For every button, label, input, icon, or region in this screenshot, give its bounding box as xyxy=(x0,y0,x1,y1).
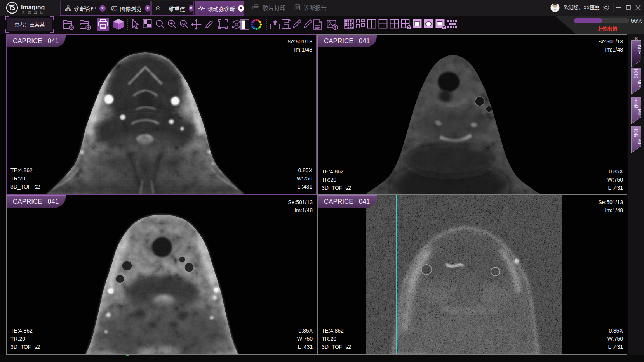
svg-text:选: 选 xyxy=(634,103,638,109)
svg-text:清影华康: 清影华康 xyxy=(21,10,46,15)
svg-text:MIP: MIP xyxy=(637,80,641,87)
svg-text:Imaging: Imaging xyxy=(21,4,45,10)
svg-text:未: 未 xyxy=(634,69,638,74)
svg-text:欢迎您，XX医生: 欢迎您，XX医生 xyxy=(564,5,600,10)
svg-text:选: 选 xyxy=(634,74,638,79)
svg-text:未: 未 xyxy=(634,127,638,133)
svg-text:MIP: MIP xyxy=(637,109,641,117)
svg-text:未: 未 xyxy=(634,98,638,104)
svg-text:MIP: MIP xyxy=(637,45,641,55)
svg-text:选: 选 xyxy=(634,132,638,138)
svg-text:x2: x2 xyxy=(181,22,185,26)
svg-text:MIP: MIP xyxy=(637,138,641,146)
